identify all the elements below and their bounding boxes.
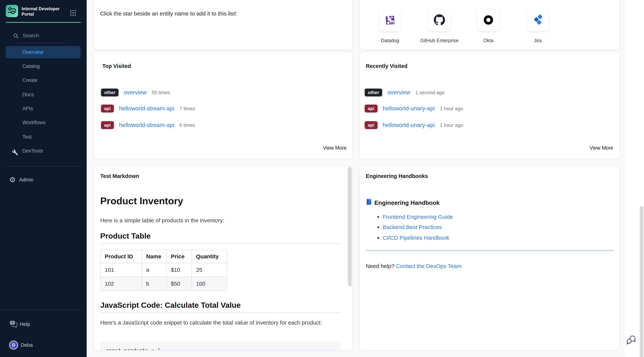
table-header: Price [166,250,192,263]
jira-tile[interactable] [527,9,549,31]
okta-tile[interactable] [478,9,500,31]
view-more-button[interactable]: View More [590,145,613,151]
visited-row: other overview 1 second ago [365,88,444,97]
portal-logo-icon [7,6,17,17]
sidebar-item-devtools[interactable]: DevTools [6,145,81,157]
handbook-list-item: Frontend Engineering Guide [377,213,453,221]
bullet-dot [377,216,379,218]
card-title: Test Markdown [100,173,139,179]
card-title: Top Visited [102,63,131,69]
datadog-tile[interactable] [379,9,401,31]
help-icon: ? [9,320,18,329]
sidebar-item-label: Workflows [22,120,46,125]
visit-time: 1 hour ago [440,106,463,112]
visit-count: 7 times [180,106,195,112]
apps-grid-icon[interactable] [69,9,77,17]
svg-text:?: ? [12,321,14,324]
sidebar-item-label: DevTools [22,148,43,154]
sidebar-item-label: Overview [22,50,44,55]
devops-contact-link[interactable]: Contact the DevOps Team [396,263,462,269]
github-logo-icon [434,14,445,26]
search-icon [13,33,19,39]
visited-row: api helloworld-stream-api 7 times [101,104,195,113]
table-header: Product ID [100,250,142,263]
thick-divider [366,250,614,251]
toolkit-card: Datadog GitHub Enterprise Okta [360,0,620,50]
visit-count: 55 times [152,90,170,96]
bullet-dot [377,237,379,239]
entity-link[interactable]: helloworld-stream-api [119,122,174,129]
card-scrollbar[interactable] [348,167,352,286]
entity-link[interactable]: helloworld-stream-api [119,105,174,112]
sidebar-item-apis[interactable]: APIs [6,102,81,115]
visited-row: other overview 55 times [101,88,170,97]
starred-entities-card: Click the star beside an entity name to … [94,0,352,50]
sidebar-item-overview[interactable]: Overview [6,46,81,58]
handbook-list-item: CI/CD Pipelines Handbook [377,234,449,242]
chat-widget-button[interactable] [626,334,637,345]
entity-link[interactable]: helloworld-unary-api [383,105,435,112]
visit-count: 6 times [180,122,195,128]
help-line: Need help? Contact the DevOps Team [366,263,462,269]
sidebar-item-test[interactable]: Test [6,131,81,143]
tool-label: GitHub Enterprise [412,38,467,44]
page-scrollbar[interactable] [640,206,644,357]
markdown-paragraph: Here is a simple table of products in th… [100,216,224,225]
kind-chip: api [101,105,114,113]
datadog-logo-icon [384,14,396,27]
kind-chip: api [365,121,378,129]
kind-chip: other [101,89,118,96]
markdown-paragraph: Here's a JavaScript code snippet to calc… [100,318,337,327]
sidebar-item-label: Create [22,77,38,83]
handbook-link[interactable]: Backend Best Practices [383,224,442,230]
wrench-icon [12,148,18,160]
view-more-button[interactable]: View More [323,145,346,151]
table-cell: 102 [100,277,142,291]
sidebar-user[interactable]: D Deba [0,339,87,351]
kind-chip: api [365,105,378,113]
table-cell: $10 [166,263,192,277]
visit-time: 1 hour ago [440,122,463,128]
entity-link[interactable]: helloworld-unary-api [383,122,435,129]
handbook-section-heading: Engineering Handbook [366,198,440,207]
visit-time: 1 second ago [415,90,444,96]
app-title: Internal Developer Portal [22,6,66,17]
github-tile[interactable] [428,9,450,31]
table-cell: b [142,277,166,291]
sidebar-item-admin[interactable]: ⚙ Admin [0,174,87,186]
sidebar-item-docs[interactable]: Docs [6,88,81,101]
sidebar-divider [6,166,81,167]
search-underline [18,43,66,43]
sidebar-item-label: Docs [22,92,34,97]
admin-label: Admin [19,177,34,183]
tool-label: Jira [510,38,566,44]
kind-chip: api [101,121,114,129]
sidebar-item-help[interactable]: ? Help [0,318,87,330]
bullet-dot [377,226,379,228]
card-title: Engineering Handbooks [366,173,428,179]
handbook-link[interactable]: Frontend Engineering Guide [383,214,453,220]
tool-okta: Okta [478,9,500,31]
table-header: Name [142,250,166,263]
product-table: Product ID Name Price Quantity 101 a $10… [100,250,227,291]
sidebar-item-create[interactable]: Create [6,74,81,86]
recently-visited-card: Recently Visited other overview 1 second… [360,52,620,159]
app-logo[interactable] [6,5,18,17]
search-input[interactable]: Search [22,33,39,39]
markdown-h1: Product Inventory [100,195,183,206]
table-row: 102 b $50 100 [100,277,227,291]
entity-link[interactable]: overview [124,89,146,96]
markdown-divider [100,243,341,244]
book-icon [366,198,372,207]
handbook-list-item: Backend Best Practices [377,223,442,231]
sidebar-search[interactable]: Search [0,30,87,42]
app-root: Internal Developer Portal Search Overvie… [0,0,644,357]
handbook-link[interactable]: CI/CD Pipelines Handbook [383,235,449,241]
sidebar-item-workflows[interactable]: Workflows [6,116,81,129]
markdown-h2-product-table: Product Table [100,232,150,240]
entity-link[interactable]: overview [388,89,410,96]
sidebar-item-catalog[interactable]: Catalog [6,60,81,72]
tool-github: GitHub Enterprise [428,9,450,31]
table-row: 101 a $10 25 [100,263,227,277]
table-cell: 100 [192,277,227,291]
